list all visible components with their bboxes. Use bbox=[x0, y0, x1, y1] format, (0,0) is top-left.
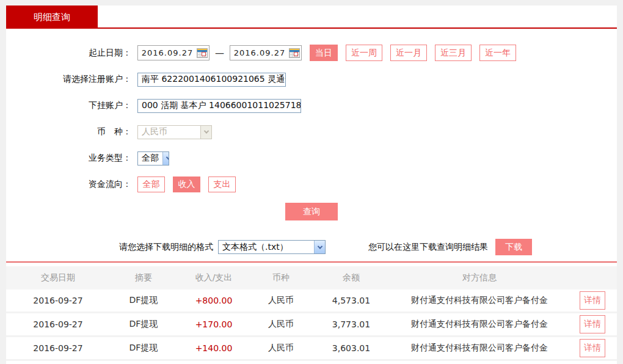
download-hint: 您可以在这里下载查询明细结果 bbox=[368, 242, 488, 253]
cell-counterparty: 财付通支付科技有限公司客户备付金 bbox=[391, 343, 568, 354]
cell-counterparty: 财付通支付科技有限公司客户备付金 bbox=[391, 295, 568, 306]
date-from-input[interactable]: 2016.09.27 bbox=[137, 45, 209, 60]
cell-amount: +140.00 bbox=[177, 343, 250, 353]
currency-value: 人民币 bbox=[138, 126, 200, 137]
table-row: 2016-09-27 DF提现 +140.00 人民币 3,603.01 财付通… bbox=[6, 337, 617, 361]
query-button[interactable]: 查询 bbox=[285, 203, 338, 220]
cell-transaction-date: 2016-09-27 bbox=[6, 319, 110, 329]
currency-row: 币 种： 人民币 bbox=[6, 124, 617, 140]
cell-counterparty: 财付通支付科技有限公司客户备付金 bbox=[391, 319, 568, 330]
cell-currency: 人民币 bbox=[250, 343, 312, 354]
flow-button[interactable]: 支出 bbox=[208, 177, 236, 192]
cell-summary: DF提现 bbox=[110, 295, 177, 306]
calendar-icon[interactable] bbox=[289, 48, 300, 58]
sub-account-row: 下挂账户： 000 活期 基本户 1406600101102571848 bbox=[6, 98, 617, 114]
tab-detail-query[interactable]: 明细查询 bbox=[6, 5, 98, 29]
register-account-value: 南平 6222001406100921065 灵通卡 bbox=[138, 74, 286, 85]
period-button[interactable]: 近一月 bbox=[390, 45, 427, 61]
table-header-cell: 收入/支出 bbox=[177, 272, 250, 283]
period-button[interactable]: 当日 bbox=[310, 45, 338, 61]
table-header-row: 交易日期 摘要 收入/支出 币种 余额 对方信息 bbox=[6, 266, 617, 289]
cell-summary: DF提现 bbox=[110, 343, 177, 354]
business-type-label: 业务类型： bbox=[6, 153, 131, 164]
sub-account-select[interactable]: 000 活期 基本户 1406600101102571848 bbox=[137, 99, 301, 113]
date-from-value: 2016.09.27 bbox=[138, 48, 197, 57]
cell-currency: 人民币 bbox=[250, 319, 312, 330]
query-form: 起止日期： 2016.09.27 — 2016.09.27 当日 近一周 近一月… bbox=[6, 29, 617, 255]
business-type-value: 全部 bbox=[138, 153, 162, 164]
business-type-select[interactable]: 全部 bbox=[137, 151, 169, 166]
flow-button[interactable]: 收入 bbox=[173, 177, 200, 192]
currency-select: 人民币 bbox=[137, 125, 212, 139]
cell-currency: 人民币 bbox=[250, 295, 312, 306]
cell-balance: 3,773.01 bbox=[312, 319, 391, 329]
currency-label: 币 种： bbox=[6, 126, 131, 137]
flow-button[interactable]: 全部 bbox=[137, 177, 165, 192]
date-range-label: 起止日期： bbox=[6, 48, 131, 59]
date-to-input[interactable]: 2016.09.27 bbox=[230, 45, 302, 60]
fund-flow-label: 资金流向： bbox=[6, 179, 131, 190]
register-account-select[interactable]: 南平 6222001406100921065 灵通卡 bbox=[137, 73, 286, 87]
period-button[interactable]: 近一周 bbox=[346, 45, 382, 61]
sub-account-value: 000 活期 基本户 1406600101102571848 bbox=[138, 100, 301, 111]
table-header-cell: 币种 bbox=[250, 272, 312, 283]
register-account-row: 请选择注册账户： 南平 6222001406100921065 灵通卡 bbox=[6, 71, 617, 87]
chevron-down-icon[interactable] bbox=[314, 241, 325, 253]
fund-flow-row: 资金流向： 全部 收入 支出 bbox=[6, 177, 617, 192]
cell-transaction-date: 2016-09-27 bbox=[6, 343, 110, 353]
download-format-value: 文本格式（.txt） bbox=[219, 242, 314, 253]
table-header-cell: 对方信息 bbox=[391, 272, 568, 283]
date-range-row: 起止日期： 2016.09.27 — 2016.09.27 当日 近一周 近一月… bbox=[6, 45, 617, 61]
download-format-select[interactable]: 文本格式（.txt） bbox=[218, 240, 326, 254]
table-header-cell: 摘要 bbox=[110, 272, 177, 283]
table-body: 2016-09-27 DF提现 +800.00 人民币 4,573.01 财付通… bbox=[6, 289, 617, 361]
calendar-icon[interactable] bbox=[197, 48, 208, 58]
date-range-separator: — bbox=[215, 48, 224, 59]
cell-summary: DF提现 bbox=[110, 319, 177, 330]
table-row: 2016-09-27 DF提现 +800.00 人民币 4,573.01 财付通… bbox=[6, 289, 617, 313]
register-account-label: 请选择注册账户： bbox=[6, 74, 131, 85]
table-row: 2016-09-27 DF提现 +170.00 人民币 3,773.01 财付通… bbox=[6, 313, 617, 337]
detail-button[interactable]: 详情 bbox=[580, 315, 605, 333]
period-button[interactable]: 近三月 bbox=[435, 45, 472, 61]
detail-button[interactable]: 详情 bbox=[580, 339, 605, 357]
period-button[interactable]: 近一年 bbox=[479, 45, 516, 61]
cell-transaction-date: 2016-09-27 bbox=[6, 296, 110, 305]
table-header-cell: 交易日期 bbox=[6, 272, 110, 283]
tab-label: 明细查询 bbox=[34, 12, 70, 23]
section-divider bbox=[6, 261, 617, 263]
date-to-value: 2016.09.27 bbox=[230, 48, 289, 57]
chevron-down-icon[interactable] bbox=[162, 152, 169, 165]
chevron-down-icon bbox=[200, 126, 211, 139]
download-button[interactable]: 下载 bbox=[495, 239, 532, 255]
table-header-cell: 余额 bbox=[312, 272, 391, 283]
cell-balance: 4,573.01 bbox=[312, 296, 391, 305]
tab-bar: 明细查询 bbox=[6, 5, 617, 29]
download-format-label: 请您选择下载明细的格式 bbox=[119, 242, 213, 253]
cell-amount: +170.00 bbox=[177, 319, 250, 329]
content-frame: 明细查询 起止日期： 2016.09.27 — 2016.09.27 当日 近一… bbox=[6, 5, 617, 364]
cell-balance: 3,603.01 bbox=[312, 343, 391, 353]
sub-account-label: 下挂账户： bbox=[6, 100, 131, 111]
cell-amount: +800.00 bbox=[177, 296, 250, 305]
business-type-row: 业务类型： 全部 bbox=[6, 150, 617, 166]
download-row: 请您选择下载明细的格式 文本格式（.txt） 您可以在这里下载查询明细结果 下载 bbox=[119, 239, 617, 255]
detail-button[interactable]: 详情 bbox=[580, 291, 605, 310]
